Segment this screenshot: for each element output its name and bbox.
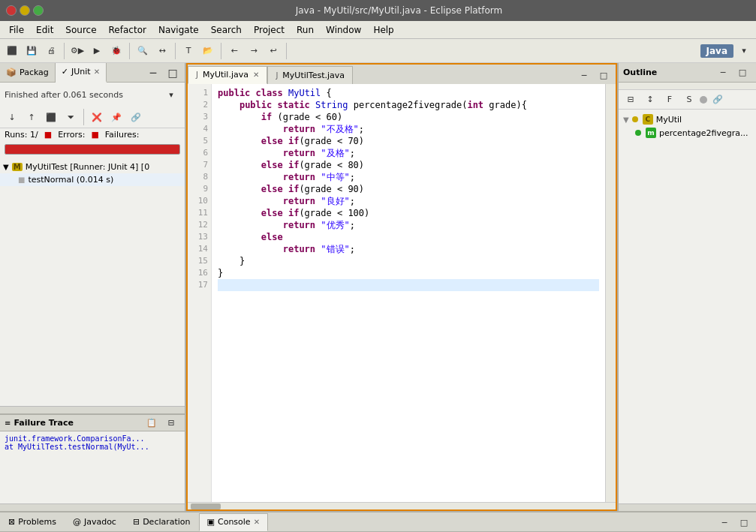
tab-problems[interactable]: ⊠ Problems — [0, 513, 65, 531]
menu-bar: File Edit Source Refactor Navigate Searc… — [0, 21, 756, 39]
toolbar-sep4 — [221, 43, 221, 59]
test-suite-label: MyUtilTest [Runner: JUnit 4] [0 — [26, 162, 150, 172]
menu-help[interactable]: Help — [367, 21, 399, 39]
toolbar-run-ext[interactable]: ⚙▶ — [68, 42, 86, 60]
tab-myutil-java[interactable]: J MyUtil.java ✕ — [188, 66, 267, 84]
editor-maximize-btn[interactable]: □ — [595, 66, 613, 84]
menu-refactor[interactable]: Refactor — [103, 21, 152, 39]
outline-toolbar: ⊟ ↕ F S 🔗 — [619, 90, 756, 110]
toolbar-prev[interactable]: ← — [225, 42, 243, 60]
failures-label: Failures: — [105, 130, 140, 140]
window-controls[interactable] — [6, 5, 44, 16]
package-icon: 📦 — [6, 63, 17, 83]
line-numbers: 12345 678910 1112131415 1617 — [188, 84, 212, 502]
editor-tab-close-myutil[interactable]: ✕ — [253, 66, 259, 84]
bottom-minimize-btn[interactable]: ─ — [715, 513, 733, 531]
failure-filter-btn[interactable]: ⊟ — [162, 414, 180, 432]
method-bullet — [635, 130, 641, 136]
maximize-left-btn[interactable]: □ — [164, 64, 182, 82]
toolbar-next[interactable]: → — [245, 42, 263, 60]
outline-collapse[interactable]: ⊟ — [622, 91, 640, 109]
menu-edit[interactable]: Edit — [30, 21, 59, 39]
outline-sort[interactable]: ↕ — [641, 91, 659, 109]
outline-maximize-btn[interactable]: □ — [733, 64, 751, 82]
junit-pin[interactable]: 📌 — [107, 108, 125, 126]
console-tab-close[interactable]: ✕ — [254, 513, 260, 531]
minimize-button[interactable] — [20, 5, 30, 16]
junit-link[interactable]: 🔗 — [127, 108, 145, 126]
junit-rerun[interactable]: ↓ — [3, 108, 21, 126]
editor-minimize-btn[interactable]: ─ — [575, 66, 593, 84]
class-bullet — [632, 116, 638, 122]
junit-header: Finished after 0.061 seconds ▾ — [0, 83, 185, 107]
toolbar-open-resource[interactable]: 📂 — [199, 42, 217, 60]
error-icon: ■ — [44, 130, 52, 140]
maximize-button[interactable] — [33, 5, 44, 16]
toolbar-last-edit[interactable]: ↩ — [264, 42, 282, 60]
junit-status-text: Finished after 0.061 seconds — [5, 90, 123, 100]
toolbar-new[interactable]: ⬛ — [3, 42, 21, 60]
outline-dot-btn[interactable] — [700, 96, 707, 104]
code-editor[interactable]: public class MyUtil { public static Stri… — [212, 84, 605, 502]
menu-window[interactable]: Window — [320, 21, 367, 39]
console-icon: ▣ — [207, 513, 215, 531]
toolbar-print[interactable]: 🖨 — [42, 42, 60, 60]
toolbar-run[interactable]: ▶ — [88, 42, 106, 60]
toolbar-refactor[interactable]: ↔ — [153, 42, 171, 60]
toolbar-save[interactable]: 💾 — [23, 42, 41, 60]
toolbar-menu[interactable]: ▾ — [735, 42, 753, 60]
outline-spacer — [619, 83, 756, 90]
right-scrollbar-h[interactable] — [619, 503, 756, 511]
outline-link[interactable]: 🔗 — [709, 91, 727, 109]
bottom-maximize-btn[interactable]: □ — [735, 513, 753, 531]
failure-item-1[interactable]: at MyUtilTest.testNormal(MyUt... — [5, 443, 180, 451]
outline-hide-static[interactable]: S — [680, 91, 698, 109]
toolbar-search[interactable]: 🔍 — [134, 42, 152, 60]
main-area: 📦 Packag ✓ JUnit ✕ ─ □ Finished after 0.… — [0, 63, 756, 511]
failure-content: junit.framework.ComparisonFa... at MyUti… — [0, 431, 185, 503]
expand-icon: ▼ — [3, 163, 9, 171]
tab-myutiltest-java[interactable]: J MyUtilTest.java — [267, 66, 353, 84]
test-case-item[interactable]: ■ testNormal (0.014 s) — [0, 173, 185, 186]
menu-file[interactable]: File — [3, 21, 30, 39]
junit-history[interactable]: ⏷ — [62, 108, 80, 126]
close-button[interactable] — [6, 5, 17, 16]
toolbar: ⬛ 💾 🖨 ⚙▶ ▶ 🐞 🔍 ↔ T 📂 ← → ↩ Java ▾ — [0, 39, 756, 63]
problems-icon: ⊠ — [8, 513, 15, 531]
tab-package-explorer[interactable]: 📦 Packag — [0, 63, 56, 83]
menu-navigate[interactable]: Navigate — [152, 21, 205, 39]
outline-hide-fields[interactable]: F — [661, 91, 679, 109]
minimize-left-btn[interactable]: ─ — [144, 64, 162, 82]
tab-junit[interactable]: ✓ JUnit ✕ — [56, 63, 107, 83]
failure-header: ≡ Failure Trace 📋 ⊟ — [0, 415, 185, 431]
outline-class-item[interactable]: ▼ C MyUtil — [622, 113, 753, 126]
menu-project[interactable]: Project — [248, 21, 291, 39]
toolbar-open-type[interactable]: T — [179, 42, 197, 60]
toolbar-sep2 — [129, 43, 130, 59]
outline-minimize-btn[interactable]: ─ — [714, 64, 732, 82]
failure-item-0[interactable]: junit.framework.ComparisonFa... — [5, 434, 180, 443]
menu-run[interactable]: Run — [291, 21, 320, 39]
title-bar: Java - MyUtil/src/MyUtil.java - Eclipse … — [0, 0, 756, 21]
junit-run-failed[interactable]: ↑ — [23, 108, 41, 126]
tab-declaration[interactable]: ⊟ Declaration — [125, 513, 199, 531]
test-tree[interactable]: ▼ M MyUtilTest [Runner: JUnit 4] [0 ■ te… — [0, 158, 185, 406]
junit-stop[interactable]: ⬛ — [42, 108, 60, 126]
tab-javadoc[interactable]: @ Javadoc — [65, 513, 125, 531]
left-scrollbar-h[interactable] — [0, 406, 185, 413]
failure-copy-btn[interactable]: 📋 — [143, 414, 161, 432]
editor-scrollbar-vertical[interactable] — [605, 84, 616, 502]
junit-tab-close[interactable]: ✕ — [94, 62, 100, 82]
menu-search[interactable]: Search — [205, 21, 248, 39]
menu-source[interactable]: Source — [59, 21, 102, 39]
toolbar-debug[interactable]: 🐞 — [107, 42, 125, 60]
toolbar-sep1 — [64, 43, 65, 59]
tab-console[interactable]: ▣ Console ✕ — [199, 513, 268, 531]
test-suite-item[interactable]: ▼ M MyUtilTest [Runner: JUnit 4] [0 — [0, 161, 185, 173]
expand-chevron: ▼ — [623, 116, 629, 124]
junit-chevron[interactable]: ▾ — [162, 86, 180, 104]
left-bottom-scrollbar[interactable] — [0, 503, 185, 511]
junit-show-failures[interactable]: ❌ — [88, 108, 106, 126]
outline-method-item[interactable]: m percentage2fivegra... — [622, 126, 753, 140]
editor-scrollbar-horizontal[interactable] — [188, 502, 616, 509]
